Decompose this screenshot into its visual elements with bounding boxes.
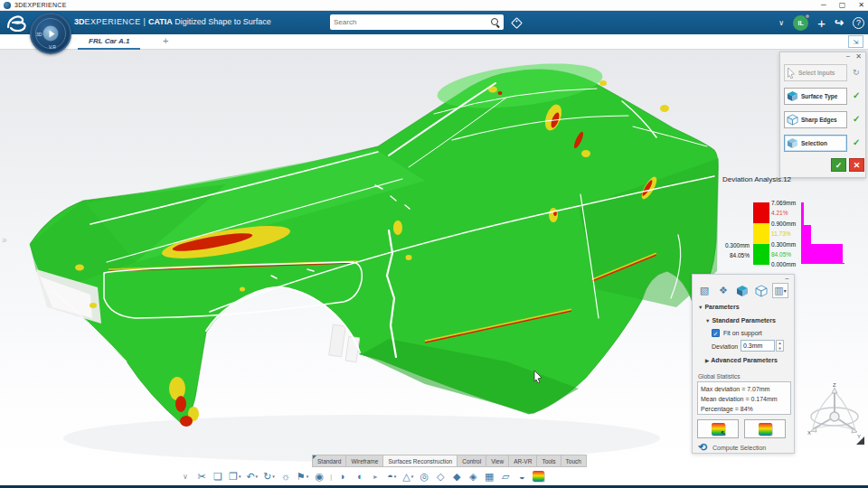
compute-icon[interactable]: ⟲ — [698, 441, 707, 454]
cut-icon[interactable]: ✂ — [194, 469, 209, 484]
deviation-analysis-icon[interactable] — [531, 469, 546, 484]
step-surface-type[interactable]: Surface Type — [784, 88, 847, 105]
user-avatar[interactable]: IL — [793, 15, 808, 31]
deviation-spinner[interactable]: ▲▼ — [776, 340, 784, 352]
compass-3d-label[interactable]: 3D — [36, 32, 42, 37]
window-titlebar: 3DEXPERIENCE ─ ▢ ✕ — [0, 0, 868, 11]
deviation-display-button[interactable]: ↖ — [697, 419, 739, 438]
application-window: 3DEXPERIENCE ─ ▢ ✕ 3DEXPERIENCE|CATIA Di… — [0, 0, 868, 488]
chevron-down-icon[interactable]: ∨ — [778, 19, 784, 27]
surface-morph-icon[interactable]: ◗ — [335, 469, 350, 484]
panel-minimize-icon[interactable]: − — [846, 52, 851, 61]
3d-viewport[interactable]: » — [0, 50, 868, 485]
scale-percent-red: 4.21% — [771, 210, 788, 216]
step-select-inputs[interactable]: Select Inputs — [784, 64, 847, 81]
mode-cube-icon[interactable] — [734, 283, 750, 298]
close-button[interactable]: ✕ — [858, 0, 864, 11]
tab-wireframe[interactable]: Wireframe — [346, 455, 383, 467]
help-icon[interactable]: ? — [853, 17, 864, 29]
tab-frl-car[interactable]: FRL Car A.1 — [78, 34, 140, 50]
parameters-section[interactable]: ▼Parameters — [698, 304, 740, 310]
update-icon[interactable]: ↻▾ — [261, 469, 277, 484]
wire-cube-icon[interactable] — [753, 283, 769, 298]
tag-icon[interactable] — [511, 17, 523, 29]
advanced-parameters-section[interactable]: ▶Advanced Parameters — [705, 357, 778, 363]
play-icon — [49, 30, 54, 37]
fit-on-support-label: Fit on support — [723, 330, 762, 336]
add-content-button[interactable]: + — [817, 16, 826, 30]
tab-tools[interactable]: Tools — [537, 455, 561, 467]
brand-experience: EXPERIENCE — [85, 17, 141, 26]
ok-button[interactable]: ✓ — [831, 158, 846, 172]
mouse-cursor — [533, 371, 542, 383]
axis-triad[interactable]: Z X Y — [807, 382, 862, 446]
deviation-input[interactable] — [741, 340, 775, 352]
collapse-panel-button[interactable]: ⇲ — [848, 35, 863, 48]
new-tab-button[interactable]: + — [163, 35, 168, 46]
compute-selection-label: Compute Selection — [712, 445, 766, 451]
minimize-button[interactable]: ─ — [821, 0, 826, 11]
histogram-bar-green — [801, 244, 843, 263]
3ds-logo-icon[interactable] — [5, 13, 29, 33]
primitives-icon[interactable]: △▾ — [401, 469, 415, 484]
paint-transfer-icon[interactable]: ◒ — [514, 469, 529, 484]
report-flag-icon[interactable]: ⚑▾ — [295, 469, 310, 484]
paste-icon[interactable]: ❐▾ — [227, 469, 242, 484]
compass-play-button[interactable] — [43, 26, 59, 42]
panel-close-icon[interactable]: ✕ — [855, 52, 862, 61]
capture-icon[interactable]: ◉ — [312, 469, 326, 484]
viewport-resize-grip[interactable] — [856, 436, 864, 445]
surface-sweep-icon[interactable]: ◆ — [449, 469, 464, 484]
mesh-sphere-icon[interactable]: ◎ — [417, 469, 431, 484]
surface-network-icon[interactable]: ▧ — [696, 283, 712, 298]
step-sharp-edges[interactable]: Sharp Edges — [784, 111, 847, 128]
more-tools-icon[interactable]: ▸ — [368, 469, 382, 484]
share-icon[interactable]: ↪ — [835, 16, 844, 29]
sharp-edges-check-icon: ✓ — [853, 114, 860, 124]
step-selection[interactable]: Selection — [784, 135, 847, 152]
compute-selection-row[interactable]: ⟲ Compute Selection — [698, 441, 766, 454]
scale-band-green — [753, 244, 769, 265]
power-fit-icon[interactable]: ◖ — [352, 469, 366, 484]
surface-patch-icon[interactable]: ◇ — [433, 469, 448, 484]
histogram-baseline — [801, 263, 844, 264]
maximize-button[interactable]: ▢ — [839, 0, 846, 11]
deviation-map-button[interactable] — [744, 419, 786, 438]
search-box[interactable] — [330, 14, 504, 30]
bend-sheet-icon[interactable]: ▱ — [498, 469, 513, 484]
undo-icon[interactable]: ↶▾ — [244, 469, 259, 484]
search-input[interactable] — [330, 18, 491, 26]
standard-parameters-section[interactable]: ▼Standard Parameters — [705, 317, 776, 324]
tab-standard[interactable]: Standard — [312, 455, 346, 467]
tab-surfaces-reconstruction[interactable]: Surfaces Reconstruction — [383, 455, 458, 467]
tab-marker — [313, 455, 316, 459]
copy-icon[interactable]: ❏ — [211, 469, 225, 484]
cancel-button[interactable]: ✕ — [849, 158, 864, 172]
parameters-minimize-icon[interactable]: − — [785, 275, 789, 283]
tab-ar-vr[interactable]: AR-VR — [509, 455, 537, 467]
render-style-icon[interactable]: ☼ — [278, 469, 293, 484]
surface-corner-icon[interactable]: ◈ — [466, 469, 480, 484]
activate-patch-icon[interactable]: ▦ — [482, 469, 496, 484]
action-toolbar: ∨ ✂ ❏ ❐▾ ↶▾ ↻▾ ☼ ⚑▾ ◉ | ◗ ◖ ▸ ◓▾ △▾ ◎ ◇ … — [178, 467, 546, 485]
fit-on-support-checkbox[interactable]: ✓ — [712, 329, 720, 337]
assistant-panel: − ✕ Select Inputs ↻ Surface Type ✓ Sharp… — [779, 52, 866, 178]
edit-step-icon[interactable]: ↻ — [853, 68, 860, 77]
surface-type-cube-icon — [787, 90, 798, 102]
display-mode-dropdown[interactable]: ▥ ▾ — [772, 283, 788, 298]
toolbar-separator: | — [328, 474, 334, 480]
tab-touch[interactable]: Touch — [561, 455, 587, 467]
tab-view[interactable]: View — [486, 455, 509, 467]
presence-dot — [805, 14, 810, 19]
toolbar-expand-icon[interactable]: ∨ — [178, 469, 193, 484]
selection-check-icon: ✓ — [853, 137, 860, 147]
tab-control[interactable]: Control — [458, 455, 486, 467]
scale-percent-yellow: 11.73% — [771, 230, 791, 237]
search-icon[interactable] — [491, 18, 500, 27]
stat-mean-deviation: Mean deviation = 0.174mm — [701, 394, 788, 404]
control-points-icon[interactable]: ❖ — [715, 283, 731, 298]
document-tab-bar: FRL Car A.1 + ⇲ — [0, 34, 868, 50]
3d-compass[interactable]: 3D V.R — [30, 13, 71, 54]
compass-vr-label[interactable]: V.R — [49, 44, 56, 50]
shape-volume-icon[interactable]: ◓▾ — [384, 469, 399, 484]
